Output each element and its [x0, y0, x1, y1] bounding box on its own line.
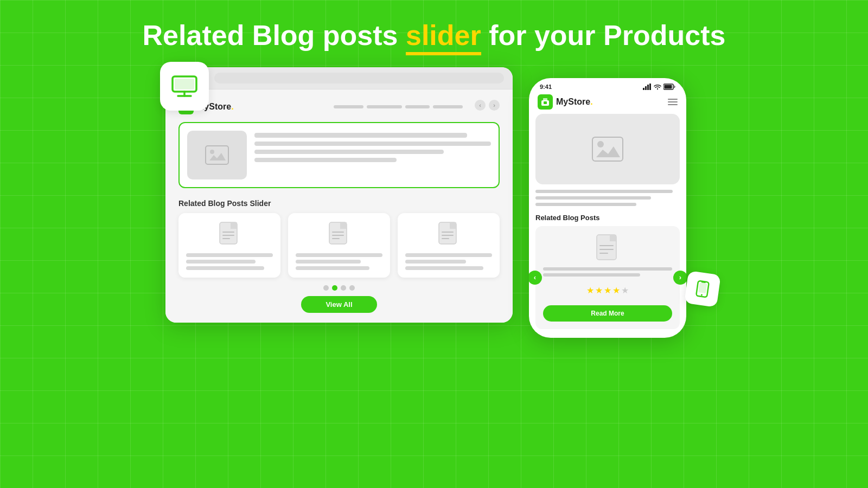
doc-icon-3: [435, 221, 462, 248]
phone-text-lines: [535, 190, 680, 206]
phone-body: 9:41: [529, 78, 686, 338]
svg-rect-7: [206, 146, 228, 164]
phone-rating: ★ ★ ★ ★ ★: [586, 285, 629, 296]
title-part2: for your Products: [481, 20, 726, 51]
blog-cards-row: [178, 213, 500, 278]
svg-rect-32: [543, 98, 547, 101]
browser-bar: [165, 67, 513, 89]
phone-blog-label: Related Blog Posts: [535, 214, 680, 222]
line: [296, 253, 382, 257]
svg-point-43: [701, 294, 703, 296]
svg-rect-15: [340, 222, 347, 229]
svg-rect-34: [592, 137, 623, 161]
product-line-3: [254, 150, 444, 154]
page-title: Related Blog posts slider for your Produ…: [0, 0, 868, 67]
svg-line-44: [702, 282, 705, 282]
product-line-2: [254, 142, 491, 146]
star-1: ★: [586, 285, 594, 296]
phone-store-logo-icon: [538, 94, 553, 110]
title-part1: Related Blog posts: [143, 20, 406, 51]
svg-rect-27: [649, 84, 651, 90]
doc-icon-1: [216, 221, 243, 248]
nav-line-4: [433, 105, 463, 108]
blog-card-2: [288, 213, 390, 278]
browser-carousel-nav: ‹ ›: [475, 100, 500, 111]
dot-3[interactable]: [341, 285, 346, 291]
slider-dots: [178, 285, 500, 291]
phone-prev-button[interactable]: ‹: [529, 271, 542, 285]
svg-rect-26: [647, 85, 649, 90]
phone-store-logo: MyStore.: [538, 94, 593, 110]
phone-line-1: [535, 190, 673, 193]
blog-card-1: [178, 213, 280, 278]
blog-card-3-lines: [405, 253, 492, 270]
blog-section-label: Related Blog Posts Slider: [178, 199, 500, 208]
svg-rect-20: [450, 222, 456, 229]
svg-rect-30: [665, 85, 672, 88]
product-line-4: [254, 158, 397, 162]
star-2: ★: [595, 285, 603, 296]
content-area: MyStore. ‹ ›: [0, 67, 868, 338]
svg-rect-37: [610, 235, 616, 241]
phone-status-icons: [643, 84, 675, 90]
svg-rect-42: [698, 282, 707, 293]
star-3: ★: [604, 285, 611, 296]
blog-card-1-lines: [186, 253, 273, 270]
phone-icon-badge: [684, 271, 721, 307]
desktop-nav: [334, 105, 463, 108]
phone-header: MyStore.: [529, 92, 686, 114]
phone-card-line-1: [543, 267, 672, 271]
line: [296, 266, 369, 270]
phone-mockup: 9:41: [529, 78, 703, 338]
svg-rect-33: [544, 101, 547, 104]
svg-rect-10: [231, 222, 237, 229]
browser-window: MyStore. ‹ ›: [165, 67, 513, 323]
dot-1[interactable]: [323, 285, 329, 291]
hamburger-menu[interactable]: [668, 99, 678, 105]
blog-card-2-lines: [296, 253, 382, 270]
phone-blog-card: ★ ★ ★ ★ ★ Read More: [535, 226, 680, 329]
svg-rect-3: [175, 79, 194, 89]
phone-next-button[interactable]: ›: [673, 271, 686, 285]
phone-store-name: MyStore.: [556, 97, 593, 107]
carousel-next[interactable]: ›: [489, 100, 500, 111]
phone-blog-card-wrapper: ‹: [535, 226, 680, 329]
blog-card-3: [398, 213, 500, 278]
phone-product-image: [535, 114, 680, 184]
nav-line-3: [405, 105, 430, 108]
phone-status-bar: 9:41: [529, 78, 686, 92]
site-header: MyStore. ‹ ›: [178, 99, 500, 114]
title-highlight: slider: [406, 20, 481, 55]
product-image: [187, 131, 247, 179]
dot-4[interactable]: [349, 285, 355, 291]
svg-point-28: [657, 88, 658, 89]
product-section: [178, 122, 500, 188]
line: [186, 260, 256, 264]
nav-line-1: [334, 105, 363, 108]
star-4: ★: [612, 285, 620, 296]
phone-card-lines: [543, 267, 672, 277]
line: [296, 260, 361, 264]
dot-2[interactable]: [332, 285, 337, 291]
star-5: ★: [621, 285, 629, 296]
line: [405, 260, 466, 264]
phone-content: Related Blog Posts ‹: [529, 114, 686, 338]
phone-card-line-2: [543, 273, 640, 277]
doc-icon-2: [326, 221, 353, 248]
line: [405, 253, 492, 257]
product-line-1: [254, 133, 467, 138]
desktop-mockup: MyStore. ‹ ›: [165, 67, 513, 323]
view-all-button[interactable]: View All: [301, 296, 377, 313]
line: [186, 266, 264, 270]
carousel-prev[interactable]: ‹: [475, 100, 486, 111]
line: [405, 266, 483, 270]
product-details: [254, 131, 491, 179]
read-more-button[interactable]: Read More: [543, 305, 672, 322]
monitor-icon: [170, 72, 199, 100]
browser-address-bar: [214, 73, 504, 84]
phone-time: 9:41: [540, 84, 552, 90]
phone-line-3: [535, 203, 636, 206]
phone-line-2: [535, 196, 651, 200]
svg-rect-25: [645, 86, 647, 90]
svg-point-8: [210, 150, 214, 154]
